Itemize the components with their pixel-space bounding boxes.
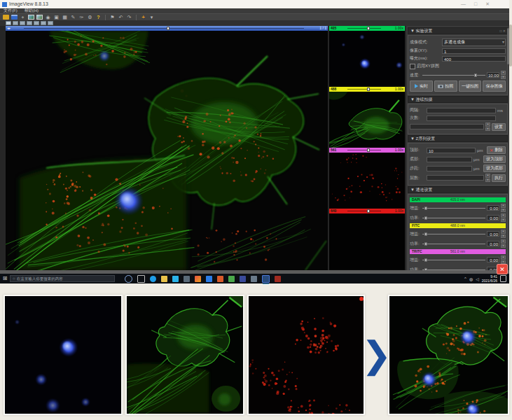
dropdown-caret-icon[interactable]: ▾ [148, 15, 155, 20]
image-view-icon[interactable] [28, 15, 34, 20]
app-red-icon[interactable] [275, 276, 281, 282]
power-stepper[interactable]: ▲▼ [501, 239, 506, 248]
snap-button[interactable]: 拍照 [434, 80, 457, 92]
file-explorer-icon[interactable] [161, 276, 167, 282]
live-button[interactable]: 实时 [410, 80, 433, 92]
document-tab[interactable] [41, 21, 46, 25]
slider-handle[interactable] [167, 27, 169, 30]
cortana-icon[interactable] [125, 275, 132, 283]
imageview-taskbar-icon[interactable] [262, 275, 270, 283]
document-tab[interactable] [34, 21, 39, 25]
channel-488-slider[interactable]: 488 1.00x [329, 87, 405, 92]
z-top-input[interactable]: 10 [427, 148, 476, 153]
document-tab[interactable] [13, 21, 18, 25]
xy-tile-checkbox[interactable] [410, 64, 415, 69]
channel-405-slider[interactable]: 405 1.00x [329, 26, 405, 31]
set-bottom-button[interactable]: 设为底部 [483, 164, 506, 172]
z-step-input[interactable] [427, 166, 472, 172]
grid-icon[interactable]: ▦ [62, 15, 68, 20]
panel-maximize-icon[interactable]: □ [499, 29, 501, 33]
set-top-button[interactable]: 设为顶部 [483, 155, 506, 163]
imaging-mode-dropdown[interactable]: 多通道成像 [442, 38, 506, 46]
filmstrip-panel-tritc[interactable] [247, 295, 365, 415]
power-stepper[interactable]: ▲▼ [501, 214, 506, 222]
app-orange-icon[interactable] [217, 276, 223, 282]
close-button[interactable]: ✕ [485, 0, 490, 8]
section-header-zstack[interactable]: ▼ Z序列设置 [408, 135, 508, 142]
network-icon[interactable]: ◍ [469, 276, 473, 281]
store-icon[interactable] [172, 276, 179, 282]
thumbnail-tritc[interactable] [329, 153, 405, 209]
sequence-stepper[interactable]: ▲▼ [485, 122, 490, 131]
series-capture-button[interactable]: 一键拍图 [459, 80, 482, 92]
app-green-icon[interactable] [228, 276, 235, 282]
gain-slider[interactable] [422, 258, 485, 262]
gain-stepper[interactable]: ▲▼ [501, 255, 506, 264]
power-value[interactable]: 0.00 [487, 241, 499, 246]
save-icon[interactable] [11, 15, 18, 20]
taskbar-search-box[interactable]: ○ 在这里输入你要搜索的内容 [10, 275, 115, 282]
page-scrollbar-thumb[interactable] [509, 24, 512, 66]
section-header-channels[interactable]: ▼ 通道设置 [408, 186, 508, 193]
document-tab[interactable] [27, 21, 32, 25]
speed-slider[interactable] [422, 73, 485, 78]
pointer-icon[interactable]: ⌖ [20, 15, 26, 20]
z-bottom-input[interactable] [427, 157, 472, 162]
maximize-button[interactable]: □ [474, 0, 477, 8]
image-gallery-icon[interactable] [36, 15, 43, 20]
slider-track[interactable] [24, 28, 304, 29]
snapshot-icon[interactable]: ◉ [45, 15, 51, 20]
thumbnail-dapi[interactable] [329, 31, 405, 87]
layout-icon[interactable]: ▣ [53, 15, 60, 20]
task-view-icon[interactable] [137, 275, 145, 283]
minimize-button[interactable]: — [461, 0, 466, 8]
speaker-icon[interactable]: ◁ [476, 276, 479, 281]
resolution-input[interactable]: 1 [442, 48, 506, 54]
section-header-acquisition[interactable]: ▼ 实验设置 □ ✕ [408, 27, 508, 34]
exposure-input[interactable]: 400 [442, 56, 506, 62]
channel-640-slider[interactable]: 640 1.00x [329, 209, 405, 214]
notification-center-icon[interactable] [500, 275, 506, 282]
taskbar-clock[interactable]: 9:41 2021/6/26 [482, 274, 497, 283]
add-icon[interactable]: + [140, 15, 146, 20]
document-tab[interactable] [48, 21, 53, 25]
slider-track[interactable] [347, 150, 381, 150]
apply-button[interactable]: 设置 [492, 123, 506, 131]
document-tab[interactable] [6, 21, 11, 25]
gain-stepper[interactable]: ▲▼ [501, 230, 506, 238]
filmstrip-panel-dapi[interactable] [4, 295, 123, 415]
main-display-slider[interactable]: ◂▸ 1 / 1 [6, 26, 328, 31]
start-button[interactable]: ⊞ [0, 274, 10, 284]
filmstrip-panel-fitc[interactable] [125, 295, 244, 415]
slider-handle[interactable] [367, 27, 370, 30]
speed-value[interactable]: 10.00 [487, 72, 499, 78]
document-tab[interactable] [20, 21, 25, 25]
channel-561-slider[interactable]: 561 1.00x [329, 148, 405, 153]
section-header-timelapse[interactable]: ▼ 连续拍摄 [408, 96, 508, 103]
speed-stepper[interactable]: ▲▼ [501, 71, 506, 79]
count-input[interactable] [427, 115, 496, 121]
open-folder-icon[interactable] [3, 15, 9, 20]
filmstrip-panel-merged[interactable] [388, 295, 509, 415]
channel-bar-dapi[interactable]: DAPI 405.0 nm [410, 197, 506, 202]
gain-value[interactable]: 0.00 [487, 257, 499, 262]
settings-gear-icon[interactable]: ⚙ [87, 15, 93, 20]
pen-icon[interactable]: ✎ [70, 15, 76, 20]
mail-icon[interactable] [184, 276, 190, 282]
composite-fluorescence-image[interactable] [6, 31, 328, 270]
power-slider[interactable] [422, 216, 485, 220]
floating-close-button[interactable]: ✕ [497, 264, 508, 274]
menu-file[interactable]: 文件(F) [4, 8, 18, 13]
slider-handle[interactable] [367, 148, 370, 152]
help-icon[interactable]: ? [95, 15, 102, 20]
slider-track[interactable] [347, 28, 381, 29]
slider-handle[interactable] [367, 88, 370, 91]
menu-help[interactable]: 帮助(H) [25, 8, 39, 13]
slider-track[interactable] [347, 89, 381, 90]
panel-close-icon[interactable]: ✕ [503, 29, 506, 33]
slider-track[interactable] [347, 211, 381, 211]
measure-icon[interactable]: ✑ [78, 15, 85, 20]
gain-value[interactable]: 0.00 [487, 231, 499, 237]
power-value[interactable]: 0.00 [487, 215, 499, 220]
photos-icon[interactable] [195, 276, 201, 282]
